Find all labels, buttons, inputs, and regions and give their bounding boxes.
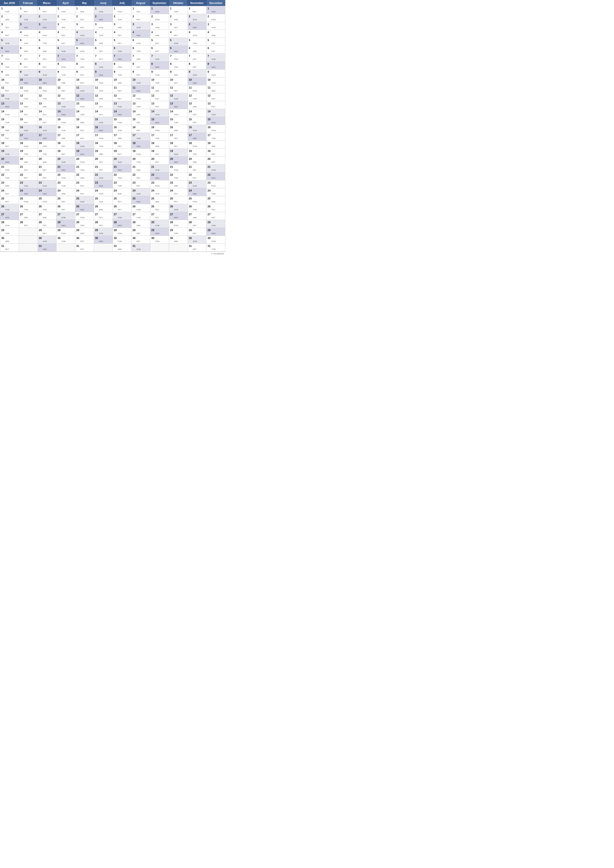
table-row: 15PET xyxy=(19,117,38,125)
day-name: ČET xyxy=(80,185,84,187)
day-name: TOR xyxy=(118,129,122,132)
day-number: 13 xyxy=(58,102,61,105)
day-name: SRE xyxy=(137,113,140,116)
day-number: 31 xyxy=(39,245,42,248)
table-row: 10ČET xyxy=(169,78,188,85)
day-number: 22 xyxy=(170,173,174,176)
day-name: ČET xyxy=(137,66,140,68)
day-number: 7 xyxy=(170,54,174,57)
day-name: NED xyxy=(193,82,197,84)
table-row: 13SOB xyxy=(113,101,132,109)
day-number: 13 xyxy=(114,102,117,105)
day-name: PON xyxy=(61,66,65,68)
day-number: 4 xyxy=(207,31,211,34)
day-name: ČET xyxy=(61,145,65,147)
table-row: 5TOR xyxy=(188,38,207,46)
day-number: 18 xyxy=(114,141,117,144)
table-row: 18PON xyxy=(188,141,207,149)
table-row: 31SRE xyxy=(113,244,132,252)
day-name: PET xyxy=(5,90,9,92)
table-row: 11PON xyxy=(19,85,38,93)
table-row: 24ČET xyxy=(169,188,188,196)
day-number: 4 xyxy=(76,31,80,34)
table-row: 3SOB xyxy=(132,22,150,30)
table-row: 29PON xyxy=(56,228,75,236)
day-name: SOB xyxy=(193,74,197,76)
header-jan: Jan 2030 xyxy=(0,0,19,6)
table-row: 11PET xyxy=(0,85,19,93)
day-name: SRE xyxy=(5,240,9,242)
day-name: PON xyxy=(211,185,216,187)
day-number: 22 xyxy=(95,173,98,176)
day-number: 27 xyxy=(20,213,23,216)
table-row: 26ČET xyxy=(207,204,225,212)
day-name: ČET xyxy=(155,42,159,45)
day-number: 20 xyxy=(1,157,5,160)
table-row: 22ČET xyxy=(132,172,150,180)
table-row: 15ČET xyxy=(132,117,150,125)
day-name: SRE xyxy=(43,50,47,53)
day-name: SRE xyxy=(43,217,47,219)
header-feb: Februar xyxy=(19,0,37,6)
day-number: 6 xyxy=(76,46,80,50)
day-name: NED xyxy=(43,137,47,140)
day-name: ČET xyxy=(137,121,140,124)
day-number: 24 xyxy=(132,189,136,192)
day-number: 13 xyxy=(189,102,192,105)
day-number: 11 xyxy=(76,86,80,89)
day-number: 2 xyxy=(76,15,80,18)
table-row: 8PON xyxy=(56,62,75,70)
footer-icon: 7 xyxy=(211,253,212,255)
day-name: NED xyxy=(99,240,103,242)
day-number: 1 xyxy=(114,7,117,10)
header-avg: Avgust xyxy=(132,0,150,6)
day-name: SOB xyxy=(193,185,197,187)
day-number: 14 xyxy=(1,110,5,113)
table-row: 14PON xyxy=(169,109,188,117)
day-number: 4 xyxy=(132,31,136,34)
day-name: ČET xyxy=(5,26,9,29)
table-row: 2SRE xyxy=(169,14,188,22)
day-number: 4 xyxy=(58,31,61,34)
table-row: 11PON xyxy=(38,85,57,93)
table-row: 28NED xyxy=(113,220,132,228)
day-number: 7 xyxy=(132,54,136,57)
day-name: ČET xyxy=(61,34,65,37)
day-name: PON xyxy=(155,19,159,21)
day-number: 14 xyxy=(132,110,136,113)
day-number: 24 xyxy=(207,189,211,192)
day-name: TOR xyxy=(61,185,65,187)
day-number: 18 xyxy=(207,141,211,144)
table-row: 28SRE xyxy=(132,220,150,228)
day-number: 1 xyxy=(76,7,80,10)
day-name: SOB xyxy=(137,137,141,140)
day-name: TOR xyxy=(61,74,65,76)
table-row: 15NED xyxy=(150,117,169,125)
day-name: SRE xyxy=(5,19,9,21)
table-row: 30TOR xyxy=(56,236,75,244)
table-row: 16PON xyxy=(207,125,225,133)
day-name: NED xyxy=(118,113,122,116)
day-name: NED xyxy=(174,217,178,219)
day-number: 20 xyxy=(114,157,117,160)
table-row: 26TOR xyxy=(19,204,38,212)
table-row: 12PET xyxy=(113,93,132,101)
day-name: PET xyxy=(99,169,103,171)
table-row: 6NED xyxy=(0,46,19,54)
day-number: 15 xyxy=(189,118,192,121)
table-row: 18PON xyxy=(19,141,38,149)
day-name: TOR xyxy=(193,153,197,155)
table-row: 17PON xyxy=(94,133,113,141)
day-name: SRE xyxy=(118,26,122,29)
day-name: ČET xyxy=(211,42,215,45)
day-number: 21 xyxy=(207,165,211,168)
table-row: 12SOB xyxy=(169,93,188,101)
day-number: 15 xyxy=(114,118,117,121)
day-name: SOB xyxy=(99,66,103,68)
day-number: 20 xyxy=(207,157,211,160)
day-name: SOB xyxy=(155,169,159,171)
table-row: 25PON xyxy=(38,196,57,204)
day-name: TOR xyxy=(43,209,47,211)
table-row: 30ČET xyxy=(75,236,94,244)
table-row: 11ČET xyxy=(113,85,132,93)
